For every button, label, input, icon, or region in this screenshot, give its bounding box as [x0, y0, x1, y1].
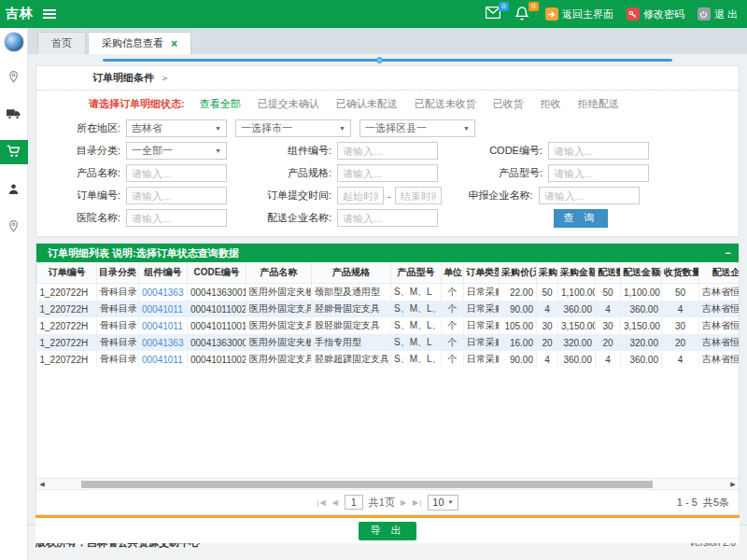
column-header: 产品规格	[312, 262, 391, 284]
table-cell: 1_220722H	[37, 334, 97, 351]
time-end-input[interactable]	[395, 187, 442, 204]
tab-home[interactable]: 首页	[37, 32, 86, 54]
sidebar-item-purchase[interactable]	[0, 140, 28, 164]
tab-close-icon[interactable]: ×	[171, 38, 177, 49]
table-row: 1_220722H骨科目录0004101100041011002医用外固定支具胫…	[37, 301, 740, 317]
status-option[interactable]: 查看全部	[200, 97, 241, 111]
table-cell: 360.00	[621, 301, 662, 317]
component-no-input[interactable]	[337, 142, 438, 160]
table-cell: 00041011002	[188, 301, 247, 317]
declare-company-input[interactable]	[539, 187, 640, 204]
collapse-icon[interactable]: −	[726, 247, 731, 259]
component-link-cell[interactable]: 00041363	[139, 334, 188, 351]
table-cell: 医用外固定夹板	[247, 334, 312, 351]
table-cell: 1_220722H	[37, 301, 97, 317]
power-icon	[698, 7, 711, 21]
city-select[interactable]: 一选择市一▼	[235, 119, 351, 137]
component-link[interactable]: 00041363	[142, 287, 184, 298]
time-start-input[interactable]	[337, 187, 384, 204]
table-cell: 30	[596, 317, 621, 334]
page: 吉林 0 0 返回主界面	[0, 0, 747, 560]
province-select[interactable]: 吉林省▼	[126, 119, 227, 137]
order-no-label: 订单编号:	[36, 189, 126, 203]
order-no-input[interactable]	[126, 187, 227, 204]
table-cell: 吉林省恒达天创医疗科技有限公司	[699, 317, 740, 334]
table-cell: S、M、L、加长	[391, 317, 442, 334]
tab-purchase-info[interactable]: 采购信息查看 ×	[88, 32, 191, 54]
next-page-button[interactable]: ▶	[401, 498, 407, 507]
table-cell: 股胫腓固定支具	[312, 317, 391, 334]
scrollbar-track[interactable]	[48, 480, 727, 489]
horizontal-scrollbar[interactable]: ◀ ▶	[36, 479, 739, 490]
component-link[interactable]: 00041011	[142, 321, 183, 331]
status-option[interactable]: 已配送未收货	[415, 97, 476, 111]
return-main-button[interactable]: 返回主界面	[545, 7, 613, 21]
code-no-input[interactable]	[548, 142, 649, 160]
form-row-order: 订单编号: 订单提交时间: - 申报企业名称:	[36, 186, 739, 205]
prev-page-button[interactable]: ◀	[332, 498, 339, 507]
county-select[interactable]: 一选择区县一▼	[359, 119, 475, 137]
menu-toggle-icon[interactable]	[43, 9, 56, 19]
user-avatar[interactable]	[4, 32, 24, 52]
column-header: 配送数量	[596, 262, 621, 284]
scroll-left-icon[interactable]: ◀	[36, 481, 48, 488]
component-link-cell[interactable]: 00041011	[139, 301, 188, 317]
table-cell: 4	[662, 351, 699, 368]
column-header: 采购数量	[537, 262, 558, 284]
delivery-company-input[interactable]	[337, 209, 438, 227]
table-row: 1_220722H骨科目录0004101100041011002医用外固定支具胫…	[37, 351, 740, 368]
status-option[interactable]: 拒绝配送	[578, 97, 619, 111]
catalog-select[interactable]: 一全部一▼	[126, 142, 227, 160]
scrollbar-thumb[interactable]	[81, 481, 653, 488]
top-scrollbar[interactable]	[103, 59, 672, 63]
table-cell: 4	[662, 301, 699, 317]
notifications-count-badge: 0	[529, 2, 539, 11]
component-link-cell[interactable]: 00041011	[139, 351, 188, 368]
table-panel-header: 订单明细列表 说明:选择订单状态查询数据 −	[36, 244, 739, 262]
table-cell: 1_220722H	[37, 317, 97, 334]
time-range-dash: -	[388, 190, 391, 202]
status-option[interactable]: 拒收	[541, 97, 561, 111]
last-page-button[interactable]: ▶|	[413, 498, 422, 507]
component-link-cell[interactable]: 00041363	[139, 284, 188, 301]
page-size-select[interactable]: 10 ▼	[428, 495, 458, 511]
status-option[interactable]: 已收货	[493, 97, 524, 111]
table-cell: 骨科目录	[97, 334, 139, 351]
component-link[interactable]: 00041011	[142, 355, 183, 365]
status-option[interactable]: 已确认未配送	[336, 97, 398, 111]
product-name-input[interactable]	[126, 164, 227, 182]
sidebar-item-location[interactable]	[0, 65, 28, 90]
table-cell: 手指专用型	[312, 334, 391, 351]
product-model-input[interactable]	[548, 164, 649, 182]
logout-button[interactable]: 退 出	[698, 7, 738, 21]
component-link-cell[interactable]: 00041011	[139, 317, 188, 334]
first-page-button[interactable]: |◀	[317, 498, 326, 507]
hospital-label: 医院名称:	[36, 211, 126, 225]
query-button[interactable]: 查 询	[554, 209, 608, 228]
page-number-input[interactable]	[345, 495, 363, 510]
top-scrollbar-thumb[interactable]	[376, 57, 383, 63]
sidebar-item-delivery[interactable]	[0, 103, 28, 127]
table-cell: 320.00	[621, 334, 662, 351]
order-time-label: 订单提交时间:	[227, 189, 337, 203]
export-button[interactable]: 导 出	[359, 522, 416, 540]
component-link[interactable]: 00041363	[142, 338, 184, 348]
status-label: 请选择订单明细状态:	[89, 97, 185, 111]
chevron-down-icon: ▼	[339, 125, 345, 132]
order-table: 订单编号目录分类组件编号CODE编号产品名称产品规格产品型号单位订单类型采购价(…	[36, 262, 739, 368]
table-cell: 日常采购	[464, 351, 500, 368]
table-cell: 50	[537, 284, 558, 301]
change-password-button[interactable]: 修改密码	[627, 7, 684, 21]
notifications-button[interactable]: 0	[515, 7, 532, 21]
sidebar-item-region[interactable]	[0, 215, 28, 239]
filter-panel: 订单明细条件 ＞ 请选择订单明细状态: 查看全部已提交未确认已确认未配送已配送未…	[35, 65, 740, 237]
component-link[interactable]: 00041011	[142, 304, 183, 315]
sidebar-item-user[interactable]	[0, 177, 28, 202]
messages-count-badge: 0	[499, 2, 509, 11]
product-spec-input[interactable]	[337, 164, 438, 182]
hospital-input[interactable]	[126, 209, 227, 227]
scroll-right-icon[interactable]: ▶	[727, 481, 739, 488]
table-cell: 22.00	[500, 284, 537, 301]
status-option[interactable]: 已提交未确认	[258, 97, 319, 111]
messages-button[interactable]: 0	[486, 7, 502, 21]
